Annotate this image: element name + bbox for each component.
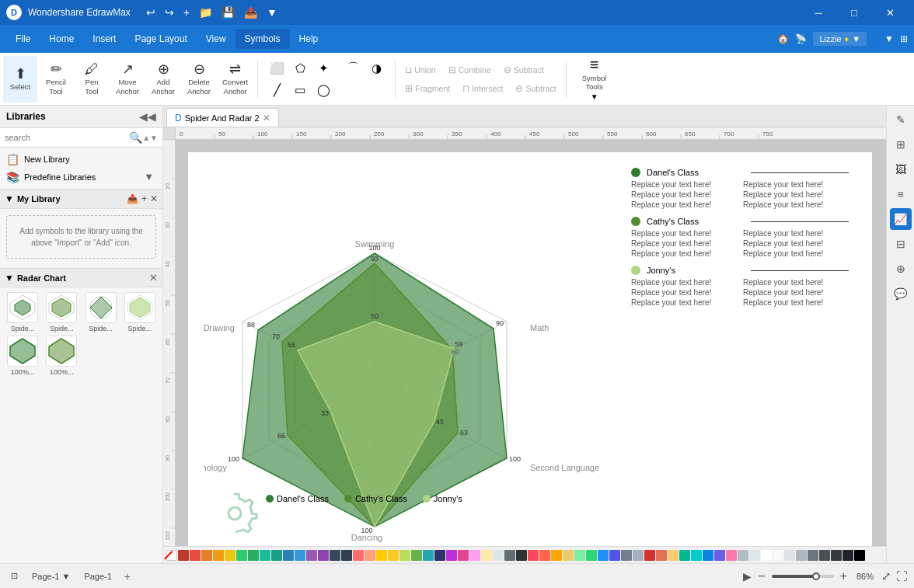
color-swatch-7[interactable] — [260, 550, 270, 561]
color-swatch-26[interactable] — [481, 550, 492, 561]
tab-spider-radar[interactable]: D Spider And Radar 2 ✕ — [166, 108, 279, 127]
color-swatch-52[interactable] — [784, 550, 795, 561]
menu-view[interactable]: View — [197, 29, 235, 49]
close-button[interactable]: ✕ — [872, 0, 908, 25]
tab-close-button[interactable]: ✕ — [263, 113, 270, 124]
more-button[interactable]: ▼ — [263, 5, 281, 20]
color-swatch-38[interactable] — [621, 550, 632, 561]
color-swatch-15[interactable] — [353, 550, 364, 561]
new-library-row[interactable]: 📋 New Library — [5, 151, 158, 168]
search-scroll-up[interactable]: ▲ — [142, 134, 150, 142]
share-icon[interactable]: 📡 — [795, 33, 807, 44]
delete-anchor-tool[interactable]: ⊖ DeleteAnchor — [182, 56, 216, 103]
color-swatch-58[interactable] — [854, 550, 865, 561]
canvas-scroll[interactable]: Swimming Math Second Language Dancing Ps… — [176, 140, 886, 546]
right-btn-edit[interactable]: ✎ — [890, 109, 912, 130]
no-fill-swatch[interactable] — [166, 550, 177, 561]
color-swatch-1[interactable] — [190, 550, 201, 561]
color-swatch-31[interactable] — [539, 550, 550, 561]
line-shape[interactable]: ╱ — [266, 80, 288, 100]
color-swatch-0[interactable] — [178, 550, 189, 561]
color-swatch-14[interactable] — [341, 550, 352, 561]
color-swatch-12[interactable] — [318, 550, 329, 561]
color-swatch-50[interactable] — [761, 550, 772, 561]
radar-item-3[interactable]: Spide... — [122, 292, 158, 332]
apps-icon[interactable]: ⊞ — [900, 33, 908, 44]
color-swatch-43[interactable] — [679, 550, 690, 561]
expand-page-btn[interactable]: ⊡ — [6, 569, 23, 583]
color-swatch-36[interactable] — [598, 550, 609, 561]
color-swatch-32[interactable] — [551, 550, 562, 561]
color-swatch-45[interactable] — [703, 550, 713, 561]
my-lib-close-button[interactable]: ✕ — [150, 193, 158, 204]
menu-file[interactable]: File — [6, 29, 40, 49]
intersect-button[interactable]: ⊓ Intersect — [458, 79, 508, 98]
my-lib-export-button[interactable]: 📤 — [127, 193, 138, 204]
convert-anchor-tool[interactable]: ⇌ ConvertAnchor — [218, 56, 253, 103]
color-swatch-4[interactable] — [225, 550, 235, 561]
search-input[interactable] — [5, 133, 129, 142]
page-label-dropdown[interactable]: Page-1 ▼ — [27, 570, 75, 583]
color-swatch-27[interactable] — [493, 550, 504, 561]
zoom-minus-button[interactable]: − — [756, 568, 766, 585]
radar-item-2[interactable]: Spide... — [83, 292, 119, 332]
color-swatch-35[interactable] — [586, 550, 597, 561]
color-swatch-25[interactable] — [469, 550, 480, 561]
color-swatch-44[interactable] — [691, 550, 702, 561]
menu-symbols[interactable]: Symbols — [235, 29, 290, 49]
predefine-dropdown[interactable]: ▼ — [141, 170, 156, 183]
select-tool[interactable]: ⬆ Select — [3, 56, 37, 103]
new-button[interactable]: + — [180, 5, 193, 20]
combine-button[interactable]: ⊟ Combine — [444, 61, 496, 79]
color-swatch-22[interactable] — [434, 550, 445, 561]
color-swatch-18[interactable] — [388, 550, 399, 561]
radar-toggle[interactable]: ▼ — [5, 273, 14, 284]
color-swatch-57[interactable] — [842, 550, 853, 561]
pentagon-shape[interactable]: ⬠ — [289, 58, 311, 78]
rect-shape[interactable]: ▭ — [289, 80, 311, 100]
search-icon[interactable]: 🔍 — [129, 131, 142, 144]
color-swatch-34[interactable] — [574, 550, 585, 561]
right-btn-table[interactable]: ⊟ — [890, 233, 912, 255]
color-swatch-37[interactable] — [609, 550, 620, 561]
color-swatch-30[interactable] — [528, 550, 539, 561]
pencil-tool[interactable]: ✏ PencilTool — [39, 56, 73, 103]
color-swatch-48[interactable] — [738, 550, 748, 561]
color-swatch-11[interactable] — [306, 550, 317, 561]
color-swatch-49[interactable] — [749, 550, 760, 561]
right-btn-grid[interactable]: ⊞ — [890, 134, 912, 155]
add-anchor-tool[interactable]: ⊕ AddAnchor — [146, 56, 180, 103]
radar-item-4[interactable]: 100%... — [5, 336, 40, 376]
right-btn-comment[interactable]: 💬 — [890, 283, 912, 304]
zoom-plus-button[interactable]: + — [839, 568, 849, 585]
symbol-tools-button[interactable]: ≡ SymbolTools ▼ — [571, 56, 618, 103]
right-btn-layers[interactable]: ≡ — [890, 183, 912, 205]
square-shape[interactable]: ⬜ — [266, 58, 288, 78]
subtract-button-2[interactable]: ⊖ Subtract — [511, 79, 560, 98]
add-page-button[interactable]: + — [121, 569, 134, 584]
color-swatch-16[interactable] — [365, 550, 375, 561]
color-swatch-53[interactable] — [796, 550, 807, 561]
profile-icon[interactable]: 👤▼ — [873, 33, 894, 44]
right-btn-image[interactable]: 🖼 — [890, 158, 912, 180]
share-button[interactable]: 📤 — [241, 5, 260, 20]
color-swatch-54[interactable] — [808, 550, 818, 561]
menu-insert[interactable]: Insert — [83, 29, 125, 49]
color-swatch-21[interactable] — [423, 550, 434, 561]
my-lib-add-button[interactable]: + — [141, 193, 147, 204]
fit-page-button[interactable]: ⤢ — [881, 569, 891, 583]
minimize-button[interactable]: ─ — [801, 0, 836, 25]
fullscreen-button[interactable]: ⛶ — [896, 569, 908, 583]
color-swatch-39[interactable] — [633, 550, 644, 561]
zoom-percentage[interactable]: 86% — [853, 570, 877, 583]
pen-tool[interactable]: 🖊 PenTool — [75, 56, 109, 103]
radar-close-button[interactable]: ✕ — [149, 272, 158, 284]
menu-help[interactable]: Help — [290, 29, 328, 49]
color-swatch-24[interactable] — [458, 550, 469, 561]
color-swatch-33[interactable] — [563, 550, 574, 561]
color-swatch-17[interactable] — [376, 550, 387, 561]
color-swatch-29[interactable] — [516, 550, 527, 561]
color-swatch-13[interactable] — [330, 550, 340, 561]
color-swatch-23[interactable] — [446, 550, 457, 561]
home-icon[interactable]: 🏠 — [777, 33, 789, 44]
